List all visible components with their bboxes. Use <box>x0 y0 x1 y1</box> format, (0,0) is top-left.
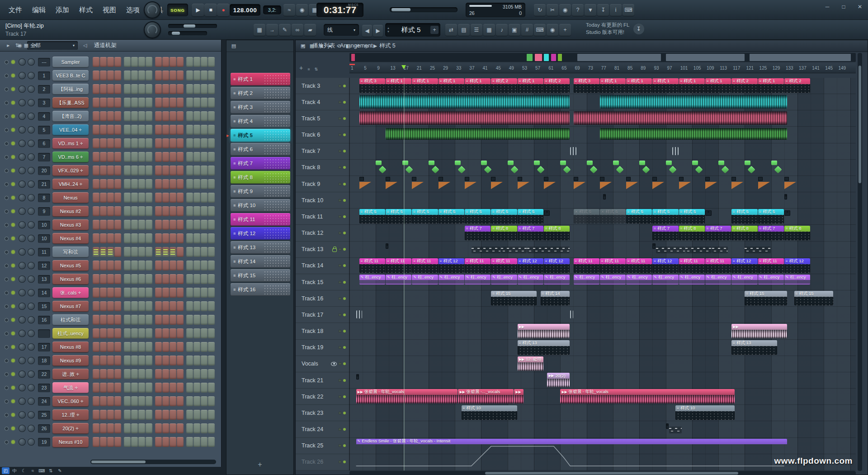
track-enable-dot[interactable] <box>343 133 346 136</box>
channel-select-led[interactable] <box>5 196 9 200</box>
step-cell[interactable] <box>155 193 162 203</box>
step-cell[interactable] <box>107 71 114 81</box>
step-cell[interactable] <box>114 328 121 338</box>
mini-clip[interactable]: ≡ <box>603 194 606 200</box>
minimize-button[interactable]: ─ <box>819 0 835 14</box>
track-enable-dot[interactable] <box>343 379 346 382</box>
automation-kite-clip[interactable] <box>771 161 781 172</box>
step-cell[interactable] <box>138 301 145 311</box>
step-cell[interactable] <box>193 383 200 393</box>
next-pattern-icon[interactable]: ▶ <box>373 25 383 37</box>
channel-volume-knob[interactable] <box>28 398 35 405</box>
track-name-row[interactable]: Track 7 <box>296 143 349 160</box>
track-size-icon[interactable]: ⇅ <box>314 67 318 71</box>
wave-mini-icon[interactable]: ≈ <box>29 467 37 474</box>
step-cell[interactable] <box>162 437 169 447</box>
step-cell[interactable] <box>162 356 169 366</box>
track-name-row[interactable]: Track 11 <box>296 209 349 225</box>
step-cell[interactable] <box>100 328 107 338</box>
channel-pan-knob[interactable] <box>19 180 26 188</box>
step-cell[interactable] <box>100 342 107 352</box>
step-cell[interactable] <box>114 111 121 121</box>
channel-volume-knob[interactable] <box>28 343 35 351</box>
step-cell[interactable] <box>93 152 99 162</box>
step-cell[interactable] <box>162 369 169 379</box>
step-cell[interactable] <box>107 383 114 393</box>
step-cell[interactable] <box>170 437 176 447</box>
step-cell[interactable] <box>186 301 193 311</box>
step-cell[interactable] <box>155 356 162 366</box>
step-cell[interactable] <box>162 423 169 433</box>
step-cell[interactable] <box>100 261 107 271</box>
pattern-clip[interactable]: ≡样式 8 <box>679 226 705 240</box>
step-cell[interactable] <box>124 84 131 94</box>
channel-button[interactable]: VD..ms 1✛ <box>52 138 89 149</box>
pattern-item[interactable]: ≡样式 3 <box>226 101 293 115</box>
step-cell[interactable] <box>93 138 99 148</box>
step-cell[interactable] <box>93 342 99 352</box>
pattern-clip[interactable]: ≡样式 5 <box>626 209 652 223</box>
step-cell[interactable] <box>107 111 114 121</box>
pattern-item[interactable]: ≡样式 1 <box>226 73 293 87</box>
step-cell[interactable] <box>93 369 99 379</box>
help-icon[interactable]: ? <box>572 4 584 16</box>
automation-clip[interactable]: ✎柱..ency <box>679 275 705 285</box>
record-button[interactable]: ● <box>217 4 230 16</box>
playlist-view-icon[interactable]: ▤ <box>458 24 470 36</box>
step-cell[interactable] <box>177 301 184 311</box>
pattern-clip[interactable]: ≡样式 3 <box>574 78 599 93</box>
step-cell[interactable] <box>93 193 99 203</box>
channel-select-led[interactable] <box>5 291 9 295</box>
pattern-clip[interactable]: ≡样式 5 <box>679 209 705 223</box>
step-cell[interactable] <box>193 125 200 135</box>
step-cell[interactable] <box>100 166 107 176</box>
channel-mute-led[interactable] <box>11 250 15 254</box>
step-cell[interactable] <box>170 84 176 94</box>
step-cell[interactable] <box>162 84 169 94</box>
step-cell[interactable] <box>201 166 208 176</box>
step-cell[interactable] <box>107 84 114 94</box>
step-cell[interactable] <box>177 247 184 257</box>
track-enable-dot[interactable] <box>343 199 346 202</box>
edit-tools-icon[interactable]: ✎ <box>56 467 64 474</box>
add-pattern-icon[interactable]: + <box>430 26 439 34</box>
envelope-clip[interactable] <box>359 177 371 189</box>
pattern-spinner[interactable]: ▲▼ <box>385 27 392 33</box>
step-cell[interactable] <box>193 328 200 338</box>
step-cell[interactable] <box>124 206 131 216</box>
menu-item-5[interactable]: 选项 <box>121 6 145 14</box>
step-cell[interactable] <box>100 233 107 243</box>
step-cell[interactable] <box>201 410 208 420</box>
automation-clip[interactable]: ✎柱..ency <box>359 275 385 285</box>
fl-logo-knob[interactable] <box>144 1 161 19</box>
channel-button[interactable]: VEE3 B..te C <box>52 70 89 81</box>
channel-volume-knob[interactable] <box>28 425 35 432</box>
envelope-clip[interactable] <box>574 177 585 189</box>
step-cell[interactable] <box>155 410 162 420</box>
channel-select-led[interactable] <box>5 87 9 91</box>
step-cell[interactable] <box>155 138 162 148</box>
step-cell[interactable] <box>201 301 208 311</box>
rack-close-icon[interactable]: ✕ <box>31 42 40 50</box>
channel-button[interactable]: 【湾音..2) <box>52 111 89 122</box>
step-cell[interactable] <box>146 383 152 393</box>
step-cell[interactable] <box>193 396 200 406</box>
update-notice[interactable]: Today 有更新的 FLStudio 版本可用! ↧ <box>586 22 676 36</box>
step-cell[interactable] <box>162 274 169 284</box>
step-cell[interactable] <box>170 383 176 393</box>
step-cell[interactable] <box>124 261 131 271</box>
channel-mute-led[interactable] <box>11 304 15 308</box>
note-preview-clip[interactable] <box>712 247 728 253</box>
channel-mute-led[interactable] <box>11 359 15 362</box>
step-cell[interactable] <box>124 315 131 325</box>
step-cell[interactable] <box>114 233 121 243</box>
step-cell[interactable] <box>162 193 169 203</box>
channel-select-led[interactable] <box>5 250 9 254</box>
step-cell[interactable] <box>201 369 208 379</box>
channel-volume-knob[interactable] <box>28 126 35 133</box>
channel-volume-knob[interactable] <box>28 316 35 323</box>
wave-icon[interactable]: ≈ <box>283 4 295 16</box>
track-name-row[interactable]: Track 4 <box>296 94 349 110</box>
playlist-hscroll-thumb[interactable] <box>485 472 738 475</box>
pattern-clip[interactable]: ≡样式 5 <box>518 209 543 223</box>
